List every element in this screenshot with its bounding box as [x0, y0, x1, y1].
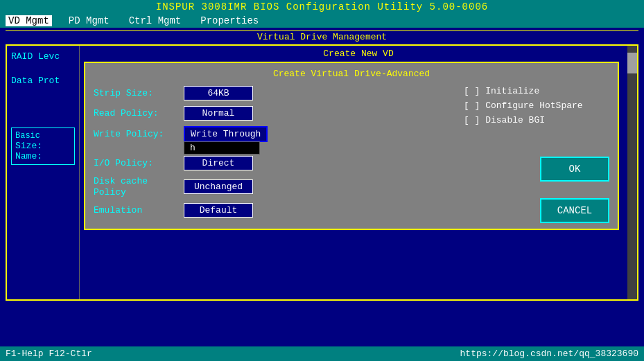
outer-box: RAID Levc Data Prot Basic Size: Name: Cr… — [6, 44, 638, 301]
vd-mgmt-header: Virtual Drive Management — [6, 30, 638, 42]
write-policy-label: Write Policy: — [94, 129, 184, 139]
strip-size-label: Strip Size: — [94, 88, 184, 98]
vd-mgmt-title: Virtual Drive Management — [257, 32, 387, 42]
checkbox-hotspare[interactable]: [ ] Configure HotSpare — [464, 100, 609, 111]
advanced-dialog: Create Virtual Drive-Advanced Strip Size… — [84, 62, 619, 230]
write-policy-dropdown[interactable]: h — [184, 141, 260, 155]
status-bar: F1-Help F12-Ctlr https://blog.csdn.net/q… — [0, 346, 644, 361]
right-panel: Create New VD Create Virtual Drive-Advan… — [80, 46, 637, 299]
size-label: Size: — [15, 141, 71, 151]
disk-cache-label: Disk cache Policy — [94, 176, 184, 197]
menu-pd-mgmt[interactable]: PD Mgmt — [66, 15, 112, 26]
menu-bar: VD Mgmt PD Mgmt Ctrl Mgmt Properties — [0, 14, 644, 28]
name-label: Name: — [15, 151, 71, 161]
basic-section: Basic Size: Name: — [11, 127, 75, 165]
left-panel: RAID Levc Data Prot Basic Size: Name: — [7, 46, 80, 299]
checkboxes: [ ] Initialize [ ] Configure HotSpare [ … — [464, 86, 609, 130]
read-policy-value[interactable]: Normal — [184, 106, 253, 121]
title-text: INSPUR 3008IMR BIOS Configuration Utilit… — [156, 1, 488, 12]
form-fields: Strip Size: 64KB Read Policy: Normal Wri… — [94, 86, 457, 223]
dialog-content: Strip Size: 64KB Read Policy: Normal Wri… — [94, 86, 609, 223]
read-policy-row: Read Policy: Normal — [94, 106, 457, 121]
menu-properties[interactable]: Properties — [198, 15, 261, 26]
checkbox-initialize[interactable]: [ ] Initialize — [464, 86, 609, 96]
menu-ctrl-mgmt[interactable]: Ctrl Mgmt — [126, 15, 184, 26]
basic-title: Basic — [15, 131, 71, 141]
status-left: F1-Help F12-Ctlr — [6, 349, 92, 359]
status-right: https://blog.csdn.net/qq_38323690 — [460, 349, 638, 359]
ok-button[interactable]: OK — [540, 157, 609, 182]
right-section: [ ] Initialize [ ] Configure HotSpare [ … — [464, 86, 609, 223]
advanced-dialog-title: Create Virtual Drive-Advanced — [94, 69, 609, 79]
cancel-button[interactable]: CANCEL — [540, 198, 609, 223]
disk-cache-value[interactable]: Unchanged — [184, 179, 253, 194]
strip-size-row: Strip Size: 64KB — [94, 86, 457, 100]
strip-size-value[interactable]: 64KB — [184, 86, 253, 100]
emulation-value[interactable]: Default — [184, 203, 253, 218]
raid-level-label: RAID Levc — [11, 51, 75, 62]
main-area: Virtual Drive Management RAID Levc Data … — [0, 28, 644, 333]
io-policy-label: I/O Policy: — [94, 158, 184, 168]
read-policy-label: Read Policy: — [94, 108, 184, 118]
emulation-row: Emulation Default — [94, 203, 457, 218]
scrollbar-thumb[interactable] — [627, 53, 637, 73]
write-policy-row: Write Policy: Write Through h — [94, 126, 457, 142]
emulation-label: Emulation — [94, 205, 184, 215]
menu-vd-mgmt[interactable]: VD Mgmt — [6, 15, 52, 26]
write-policy-value[interactable]: Write Through — [184, 126, 268, 142]
data-prot-label: Data Prot — [11, 76, 75, 86]
disk-cache-row: Disk cache Policy Unchanged — [94, 176, 457, 197]
io-policy-row: I/O Policy: Direct — [94, 156, 457, 170]
title-bar: INSPUR 3008IMR BIOS Configuration Utilit… — [0, 0, 644, 14]
io-policy-value[interactable]: Direct — [184, 156, 253, 170]
buttons: OK CANCEL — [464, 157, 609, 223]
create-new-vd-title: Create New VD — [84, 49, 633, 59]
checkbox-disable-bgi[interactable]: [ ] Disable BGI — [464, 115, 609, 125]
scrollbar[interactable] — [627, 46, 637, 299]
write-policy-container: Write Through h — [184, 126, 268, 142]
